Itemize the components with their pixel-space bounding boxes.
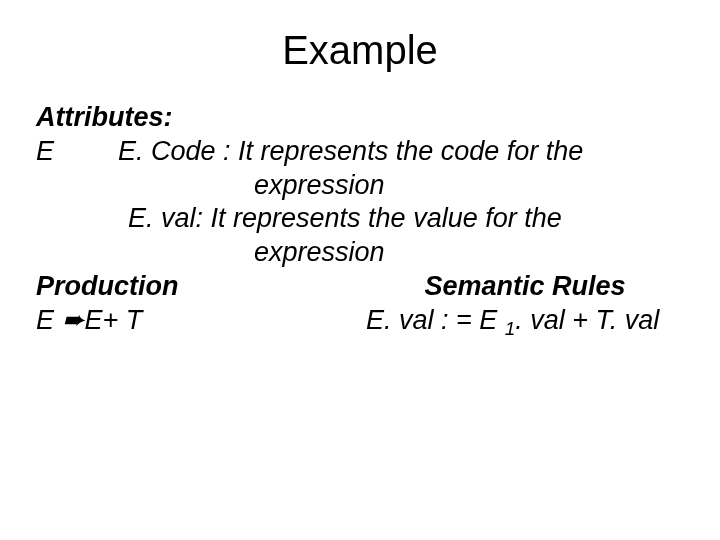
attr-val-line2: expression <box>36 236 684 270</box>
symbol-E: E <box>36 135 118 169</box>
attr-code-line1: E. Code : It represents the code for the <box>118 136 583 166</box>
headings-row: Production Semantic Rules <box>36 270 684 304</box>
production-lhs: E ➨E+ T <box>36 304 366 341</box>
semantic-rules-heading: Semantic Rules <box>366 270 684 304</box>
rule-part2: . val + T. val <box>515 305 659 335</box>
production-heading: Production <box>36 270 366 304</box>
rule-part1: E. val : = E <box>366 305 505 335</box>
slide-body: Attributes: EE. Code : It represents the… <box>36 101 684 341</box>
attr-val-line1: E. val: It represents the value for the <box>36 202 684 236</box>
attr-code-line2: expression <box>36 169 684 203</box>
prod-e1: E <box>36 305 62 335</box>
rule-subscript: 1 <box>505 318 516 339</box>
slide-title: Example <box>36 28 684 73</box>
arrow-icon: ➨ <box>62 305 85 335</box>
semantic-rule: E. val : = E 1. val + T. val <box>366 304 684 341</box>
rule-row: E ➨E+ T E. val : = E 1. val + T. val <box>36 304 684 341</box>
attr-row-1: EE. Code : It represents the code for th… <box>36 135 684 169</box>
attributes-heading: Attributes: <box>36 101 684 135</box>
prod-rest: E+ T <box>85 305 143 335</box>
